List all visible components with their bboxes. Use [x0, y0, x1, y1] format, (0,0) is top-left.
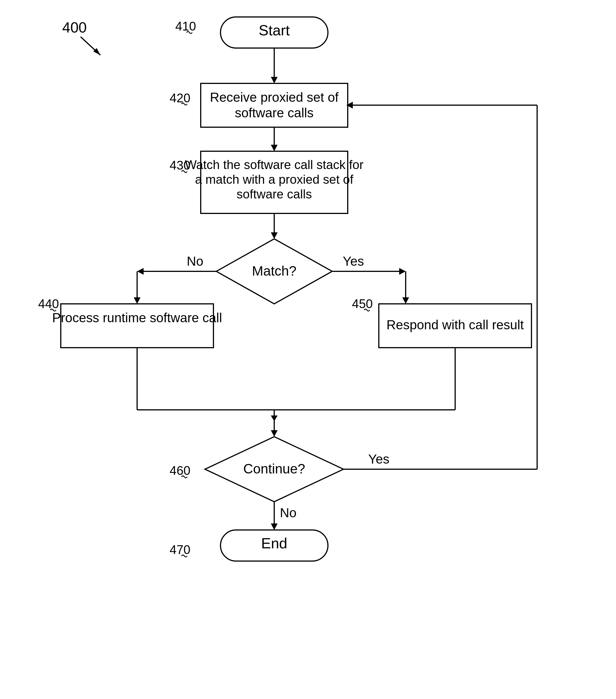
figure-label: 400 [62, 19, 87, 36]
svg-text:No: No [280, 505, 297, 520]
start-label: Start [259, 22, 290, 38]
svg-text:460: 460 [170, 464, 190, 477]
flowchart-diagram: 400 410 Start 420 Receive proxied set of… [0, 0, 616, 699]
svg-text:Yes: Yes [368, 452, 389, 466]
svg-text:Receive proxied set of: Receive proxied set of [210, 90, 338, 105]
svg-text:470: 470 [170, 543, 190, 556]
svg-text:software calls: software calls [237, 187, 312, 201]
svg-text:Match?: Match? [252, 263, 296, 278]
svg-text:Watch the software call stack : Watch the software call stack for [185, 158, 364, 172]
svg-text:410: 410 [175, 19, 196, 33]
svg-text:End: End [261, 535, 288, 552]
svg-text:Respond with call result: Respond with call result [386, 317, 524, 332]
svg-text:Process runtime software call: Process runtime software call [52, 311, 222, 325]
svg-text:420: 420 [170, 91, 190, 105]
svg-text:software calls: software calls [235, 105, 314, 120]
svg-text:440: 440 [38, 297, 59, 311]
svg-text:a match with a proxied set of: a match with a proxied set of [195, 172, 354, 186]
svg-text:Yes: Yes [343, 254, 364, 268]
svg-text:450: 450 [352, 297, 372, 311]
svg-text:Continue?: Continue? [244, 461, 305, 476]
svg-text:No: No [187, 254, 204, 268]
